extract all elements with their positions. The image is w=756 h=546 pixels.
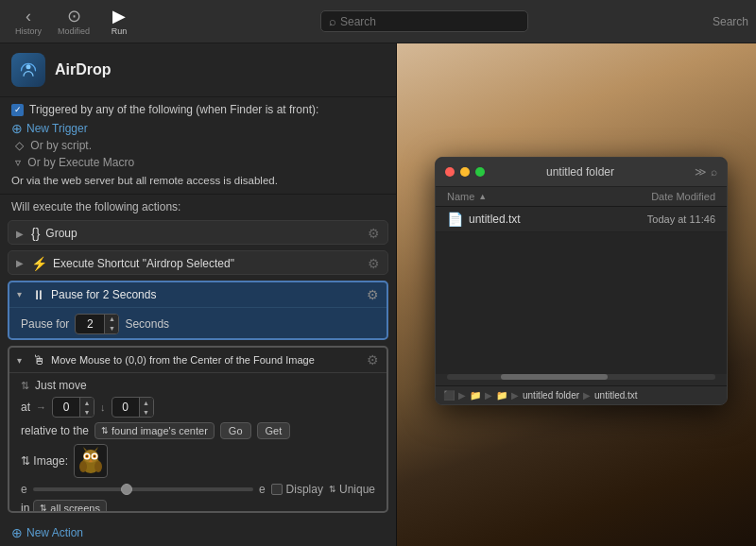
- finder-path-folder1[interactable]: 📁: [470, 390, 481, 401]
- finder-file-row[interactable]: 📄 untitled.txt Today at 11:46: [436, 207, 727, 232]
- svg-point-14: [94, 461, 102, 472]
- finder-footer: ⬛ ▶ 📁 ▶ 📁 ▶ untitled folder ▶ untitled.t…: [436, 385, 727, 404]
- new-action-button[interactable]: ⊕ New Action: [11, 525, 83, 540]
- action-pause-header[interactable]: ▾ ⏸ Pause for 2 Seconds ⚙: [9, 282, 387, 307]
- at-label: at: [21, 401, 30, 414]
- x-stepper-down[interactable]: ▼: [80, 407, 94, 417]
- action-toggle-execute: ▶: [16, 258, 26, 268]
- finder-actions: ≫ ⌕: [695, 165, 717, 179]
- accuracy-slider[interactable]: [33, 487, 253, 491]
- modified-button[interactable]: ⊙ Modified: [53, 4, 94, 40]
- new-action-plus-icon: ⊕: [11, 525, 23, 540]
- in-label: in: [21, 502, 29, 513]
- finder-path-root[interactable]: ⬛: [443, 390, 455, 401]
- y-stepper-up[interactable]: ▲: [140, 398, 153, 407]
- history-button[interactable]: ‹ History: [8, 4, 49, 40]
- unique-select[interactable]: ⇅ Unique: [329, 483, 375, 496]
- action-execute-header[interactable]: ▶ ⚡ Execute Shortcut "Airdrop Selected" …: [9, 251, 387, 275]
- finder-empty-area: [436, 232, 727, 374]
- action-pause-title: Pause for 2 Seconds: [51, 288, 361, 301]
- or-by-script: ◇ Or by script.: [11, 137, 385, 154]
- go-button[interactable]: Go: [220, 422, 251, 439]
- found-image-select[interactable]: ⇅ found image's center: [94, 422, 215, 439]
- slider-thumb: [121, 484, 132, 495]
- finder-titlebar: untitled folder ≫ ⌕: [436, 158, 727, 187]
- minimize-button[interactable]: [460, 167, 470, 177]
- seconds-label: Seconds: [125, 317, 169, 331]
- pause-input-wrap: ▲ ▼: [75, 314, 119, 334]
- trigger-warning: Or via the web server but all remote acc…: [11, 171, 385, 188]
- horizontal-scrollbar[interactable]: [447, 374, 715, 380]
- trigger-section: ✓ Triggered by any of the following (whe…: [0, 97, 396, 195]
- macro-header: AirDrop: [0, 43, 396, 97]
- x-stepper-up[interactable]: ▲: [80, 398, 94, 407]
- slider-row: e e Display ⇅ Unique: [21, 483, 375, 496]
- right-arrow-icon: →: [36, 401, 46, 413]
- finder-col-name[interactable]: Name ▲: [447, 191, 651, 202]
- finder-column-header: Name ▲ Date Modified: [436, 187, 727, 207]
- at-row: at → ▲ ▼ ↓ ▲ ▼: [21, 397, 375, 418]
- finder-search-btn[interactable]: ⌕: [711, 165, 717, 179]
- pause-label: Pause for: [21, 317, 69, 331]
- svg-point-13: [79, 461, 87, 472]
- run-button[interactable]: ▶ Run: [98, 4, 140, 40]
- or-by-execute: ▿ Or by Execute Macro: [11, 154, 385, 171]
- action-group: ▶ {} Group ⚙: [8, 220, 388, 245]
- trigger-text: Triggered by any of the following (when …: [29, 103, 318, 116]
- stepper-down[interactable]: ▼: [105, 324, 118, 333]
- finder-path-file[interactable]: untitled.txt: [594, 390, 638, 401]
- action-group-header[interactable]: ▶ {} Group ⚙: [9, 221, 387, 245]
- action-gear-group[interactable]: ⚙: [368, 226, 380, 241]
- search-input[interactable]: [340, 15, 520, 28]
- new-action-label: New Action: [26, 526, 83, 539]
- action-gear-execute[interactable]: ⚙: [368, 256, 380, 271]
- back-icon: ‹: [26, 8, 31, 25]
- finder-window: untitled folder ≫ ⌕ Name ▲ Date Modified…: [435, 157, 728, 405]
- finder-path-untitled-folder[interactable]: untitled folder: [523, 390, 579, 401]
- pause-expanded: Pause for ▲ ▼ Seconds: [9, 307, 387, 340]
- scrollbar-thumb: [501, 374, 609, 380]
- svg-point-0: [26, 64, 31, 69]
- up-down-unique-icon: ⇅: [329, 485, 336, 494]
- plus-icon: ⊕: [11, 121, 23, 136]
- down-arrow-icon: ↓: [100, 401, 106, 413]
- y-stepper-down[interactable]: ▼: [140, 407, 153, 417]
- all-screens-select[interactable]: ⇅ all screens: [33, 500, 107, 513]
- y-coord-input[interactable]: [112, 399, 139, 416]
- airdrop-icon: [11, 53, 45, 87]
- up-down-small-icon: ⇅: [101, 426, 109, 435]
- search-label: Search: [713, 15, 748, 28]
- file-icon: 📄: [447, 212, 463, 227]
- action-gear-move[interactable]: ⚙: [367, 352, 379, 367]
- finder-title: untitled folder: [472, 165, 689, 179]
- action-move-mouse: ▾ 🖱 Move Mouse to (0,0) from the Center …: [8, 346, 388, 513]
- new-trigger-btn[interactable]: ⊕ New Trigger: [11, 120, 385, 137]
- finder-more-btn[interactable]: ≫: [695, 165, 707, 179]
- right-panel: untitled folder ≫ ⌕ Name ▲ Date Modified…: [397, 43, 756, 546]
- close-button[interactable]: [445, 167, 455, 177]
- group-icon: {}: [31, 226, 40, 241]
- action-toggle-move: ▾: [17, 355, 26, 366]
- pause-value-input[interactable]: [76, 316, 104, 333]
- finder-path-folder2[interactable]: 📁: [496, 390, 507, 401]
- display-checkbox[interactable]: [271, 484, 283, 495]
- pause-stepper: ▲ ▼: [104, 315, 118, 333]
- svg-point-11: [94, 455, 95, 457]
- move-icon: 🖱: [32, 352, 45, 367]
- left-panel: AirDrop ✓ Triggered by any of the follow…: [0, 43, 397, 546]
- action-move-header[interactable]: ▾ 🖱 Move Mouse to (0,0) from the Center …: [9, 348, 387, 372]
- owl-thumbnail[interactable]: [74, 444, 108, 478]
- just-move-row: ⇅ Just move: [21, 379, 375, 392]
- display-checkbox-row: Display: [271, 483, 323, 496]
- finder-col-date[interactable]: Date Modified: [651, 191, 715, 202]
- get-button[interactable]: Get: [257, 422, 291, 439]
- toolbar: ‹ History ⊙ Modified ▶ Run ⌕ Search: [0, 0, 756, 43]
- display-label: Display: [286, 483, 323, 496]
- stepper-up[interactable]: ▲: [105, 315, 118, 324]
- x-coord-input[interactable]: [53, 399, 79, 416]
- trigger-checkbox[interactable]: ✓: [11, 104, 24, 116]
- finder-file-date: Today at 11:46: [647, 213, 715, 225]
- action-gear-pause[interactable]: ⚙: [367, 287, 379, 302]
- search-icon: ⌕: [329, 14, 336, 28]
- up-down-icon: ⇅: [21, 380, 29, 392]
